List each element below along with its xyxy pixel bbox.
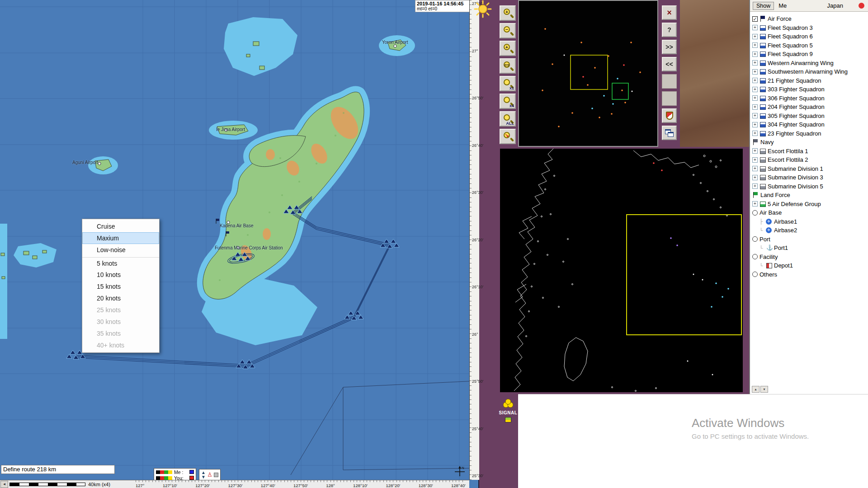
tree-expander[interactable] [752,87,758,92]
tree-item[interactable]: 303 Fighter Squadron [750,85,868,94]
tree-expander[interactable] [752,69,758,75]
tactical-map-window[interactable]: Yoron Airport Ie Jima Airport Aguni Airp… [0,0,479,488]
tree-expander[interactable] [752,131,758,136]
tree-item[interactable]: Submarine Division 3 [750,173,868,182]
tree-expander[interactable] [752,122,758,127]
blank-button-1[interactable] [662,74,677,89]
tactical-map[interactable] [0,0,479,480]
tree-item[interactable]: 204 Fighter Squadron [750,103,868,112]
tree-expander[interactable] [752,16,758,22]
tree-item[interactable]: Southwestern Airwarning Wing [750,67,868,76]
tree-expander[interactable] [752,78,758,83]
menu-item[interactable]: Cruise [82,221,159,232]
scroll-left-button[interactable]: ◄ [0,481,8,488]
tree-item[interactable]: 5 Air Defense Group [750,200,868,209]
tree-item[interactable]: Escort Flottila 1 [750,147,868,156]
close-button[interactable]: × [662,5,677,20]
back-button[interactable]: << [662,57,677,71]
tree-expander[interactable] [752,34,758,39]
tree-item[interactable]: 304 Fighter Squadron [750,120,868,129]
zoom-in-button[interactable]: + [500,5,516,21]
tree-expander[interactable] [759,263,764,268]
tree-expander[interactable] [752,148,758,154]
menu-item[interactable]: Low-noise [82,244,159,256]
tree-item[interactable]: Depot1 [750,261,868,270]
zoom-back-button[interactable]: ↘ [500,129,516,144]
windows-button[interactable] [662,126,677,140]
menu-item[interactable]: 35 knots [82,328,159,339]
blank-tool-icon[interactable] [214,473,218,477]
show-button[interactable]: Show [753,2,774,10]
scroll-down-button[interactable] [760,386,768,393]
blank-button-2[interactable] [662,91,677,106]
shield-button[interactable] [662,108,677,123]
legend-toolbar[interactable]: ▲▼ ♙ [199,469,221,481]
tree-item[interactable]: Airbase1 [750,217,868,226]
tree-item[interactable]: 306 Fighter Squadron [750,94,868,103]
tree-expander[interactable] [752,157,758,163]
tree-item[interactable]: Air Base [750,208,868,217]
tree-item[interactable]: Facility [750,253,868,262]
zoom-all-button[interactable]: ALL [500,111,516,127]
tree-expander[interactable] [752,95,758,101]
tree-expander[interactable] [752,272,758,277]
zoom-out-button[interactable]: − [500,23,516,38]
tree-expander[interactable] [759,219,764,224]
tree-item[interactable]: Land Force [750,191,868,200]
menu-item[interactable]: 5 knots [82,257,159,269]
tree-item[interactable]: Fleet Squadron 6 [750,32,868,41]
tree-expander[interactable] [752,42,758,48]
tree-expander[interactable] [752,52,758,57]
menu-item[interactable]: 15 knots [82,281,159,292]
tree-item[interactable]: Fleet Squadron 9 [750,50,868,59]
tree-item[interactable]: 21 Fighter Squadron [750,76,868,85]
tree-item[interactable]: Air Force [750,14,868,23]
tree-item[interactable]: Submarine Division 5 [750,182,868,191]
tree-expander[interactable] [752,236,758,242]
tree-item[interactable]: Navy [750,138,868,147]
tree-expander[interactable] [752,201,758,206]
tree-item[interactable]: Western Airwarning Wing [750,59,868,68]
tree-item[interactable]: Port [750,235,868,244]
radar-minimap[interactable] [518,0,658,147]
theater-overview-map[interactable] [498,147,745,394]
tree-item[interactable]: Port1 [750,244,868,253]
tree-item[interactable]: Airbase2 [750,226,868,235]
tree-expander[interactable] [752,113,758,118]
signal-status-icon[interactable] [505,417,511,422]
tree-item[interactable]: Escort Flottila 2 [750,155,868,164]
tree-item[interactable]: Submarine Division 1 [750,164,868,174]
scroll-up-button[interactable] [752,386,760,393]
zoom-window-button[interactable]: + [500,41,516,56]
tree-expander[interactable] [759,228,764,233]
tree-expander[interactable] [752,175,758,180]
tree-expander[interactable] [752,25,758,30]
zoom-x4-button[interactable]: x4 [500,94,516,109]
menu-item[interactable]: 40+ knots [82,339,159,351]
tree-expander[interactable] [752,104,758,110]
tree-expander[interactable] [752,254,758,259]
up-down-arrows-icon[interactable]: ▲▼ [201,470,206,479]
forward-button[interactable]: >> [662,40,677,54]
tree-expander[interactable] [752,210,758,216]
tree-expander[interactable] [752,183,758,189]
tree-expander[interactable] [752,166,758,171]
tree-item[interactable]: 23 Fighter Squadron [750,129,868,138]
unit-figure-icon[interactable]: ♙ [207,473,212,477]
menu-item[interactable]: 30 knots [82,316,159,328]
tree-item[interactable]: 305 Fighter Squadron [750,112,868,121]
tree-item[interactable]: Fleet Squadron 5 [750,41,868,50]
tree-item-icon [760,104,766,110]
tree-item[interactable]: Fleet Squadron 3 [750,23,868,33]
menu-item[interactable]: 20 knots [82,292,159,304]
menu-item[interactable]: 10 knots [82,269,159,281]
help-button[interactable]: ? [662,23,677,37]
tree-expander[interactable] [752,60,758,66]
tree-expander[interactable] [759,245,764,251]
zoom-x1-button[interactable]: x1 [500,76,516,91]
zoom-select-button[interactable]: ▭ [500,58,516,74]
menu-item[interactable]: 25 knots [82,304,159,316]
signal-icon[interactable] [502,399,514,408]
tree-item[interactable]: Others [750,270,868,279]
menu-item[interactable]: Maxium [82,232,159,244]
